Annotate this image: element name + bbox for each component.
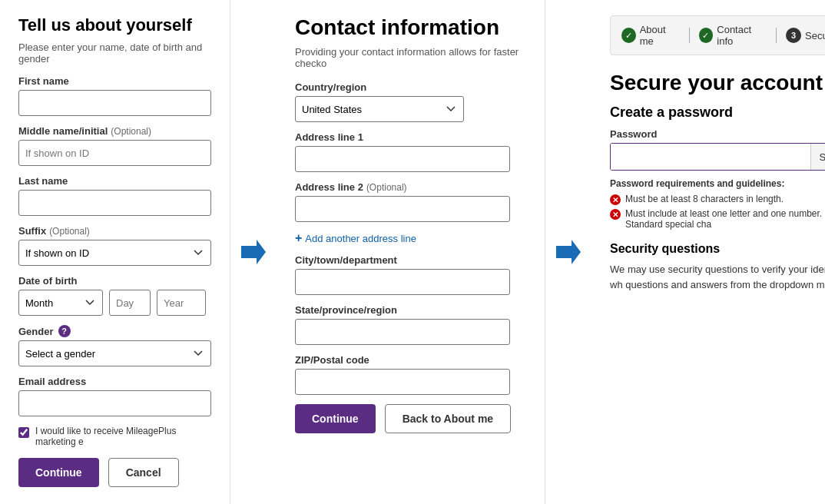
panel1-buttons: Continue Cancel: [18, 458, 211, 487]
step3-num-icon: 3: [786, 28, 801, 43]
zip-input[interactable]: [295, 369, 510, 395]
dob-row: Month January February March April May J…: [18, 290, 211, 316]
month-select[interactable]: Month January February March April May J…: [18, 290, 103, 316]
country-select[interactable]: United States Canada United Kingdom: [295, 96, 464, 122]
step2-check-icon: ✓: [699, 28, 714, 43]
arrow-1: [230, 0, 277, 504]
country-label: Country/region: [295, 81, 526, 93]
svg-marker-0: [241, 240, 266, 264]
zip-group: ZIP/Postal code: [295, 354, 526, 395]
security-questions-heading: Security questions: [610, 242, 825, 256]
address1-input[interactable]: [295, 146, 510, 172]
state-input[interactable]: [295, 319, 510, 345]
address1-group: Address line 1: [295, 131, 526, 172]
panel-contact-info: Contact information Providing your conta…: [277, 0, 545, 504]
zip-label: ZIP/Postal code: [295, 354, 526, 366]
progress-bar: ✓ About me ✓ Contact info 3 Security: [610, 15, 825, 55]
address2-input[interactable]: [295, 196, 510, 222]
first-name-group: First name: [18, 75, 211, 116]
arrow-right-icon: [238, 237, 269, 267]
arrow-right-icon-2: [553, 237, 584, 267]
email-label: Email address: [18, 376, 211, 387]
password-label: Password: [610, 128, 825, 140]
step2-label: Contact info: [717, 24, 767, 47]
panel1-subtitle: Please enter your name, date of birth an…: [18, 41, 211, 65]
requirement-1: ✕ Must be at least 8 characters in lengt…: [610, 194, 825, 205]
gender-label-row: Gender ?: [18, 325, 211, 337]
suffix-select[interactable]: If shown on ID Jr. Sr. II III: [18, 240, 211, 266]
panel2-continue-button[interactable]: Continue: [295, 404, 376, 433]
add-address-line-link[interactable]: + Add another address line: [295, 231, 526, 245]
panel3-title: Secure your account: [610, 71, 825, 95]
marketing-label: I would like to receive MileagePlus mark…: [35, 426, 211, 447]
step1-check-icon: ✓: [621, 28, 636, 43]
plus-icon: +: [295, 231, 302, 245]
create-password-heading: Create a password: [610, 104, 825, 121]
marketing-checkbox-row: I would like to receive MileagePlus mark…: [18, 426, 211, 447]
middle-name-input[interactable]: [18, 140, 211, 166]
req2-error-icon: ✕: [610, 209, 621, 220]
gender-help-icon[interactable]: ?: [58, 325, 71, 337]
city-label: City/town/department: [295, 254, 526, 266]
step-divider-2: [776, 28, 777, 43]
step1-label: About me: [640, 24, 680, 47]
requirements-title: Password requirements and guidelines:: [610, 178, 825, 189]
middle-name-label: Middle name/initial (Optional): [18, 125, 211, 137]
middle-name-group: Middle name/initial (Optional): [18, 125, 211, 166]
add-address-line-text: Add another address line: [305, 233, 416, 244]
step3-label: Security: [805, 30, 825, 41]
state-group: State/province/region: [295, 304, 526, 345]
first-name-label: First name: [18, 75, 211, 87]
first-name-input[interactable]: [18, 90, 211, 116]
address1-label: Address line 1: [295, 131, 526, 143]
panel2-back-button[interactable]: Back to About me: [385, 404, 512, 433]
dob-group: Date of birth Month January February Mar…: [18, 275, 211, 316]
last-name-group: Last name: [18, 175, 211, 216]
panel2-title: Contact information: [295, 15, 526, 40]
city-input[interactable]: [295, 269, 510, 295]
panel1-title: Tell us about yourself: [18, 15, 211, 35]
last-name-input[interactable]: [18, 190, 211, 216]
address2-label: Address line 2 (Optional): [295, 181, 526, 193]
security-questions-text: We may use security questions to verify …: [610, 262, 825, 292]
panel2-subtitle: Providing your contact information allow…: [295, 46, 526, 69]
state-label: State/province/region: [295, 304, 526, 316]
arrow-2: [545, 0, 591, 504]
step-contact-info: ✓ Contact info: [699, 24, 767, 47]
panel1-continue-button[interactable]: Continue: [18, 458, 99, 487]
gender-group: Gender ? Select a gender Male Female Uns…: [18, 325, 211, 366]
year-input[interactable]: [157, 290, 206, 316]
panel-security: ✓ About me ✓ Contact info 3 Security Sec…: [591, 0, 825, 504]
marketing-checkbox[interactable]: [18, 427, 29, 438]
requirement-2: ✕ Must include at least one letter and o…: [610, 208, 825, 230]
dob-label: Date of birth: [18, 275, 211, 287]
email-input[interactable]: [18, 390, 211, 416]
email-group: Email address: [18, 376, 211, 416]
last-name-label: Last name: [18, 175, 211, 187]
city-group: City/town/department: [295, 254, 526, 295]
step-about-me: ✓ About me: [621, 24, 680, 47]
svg-marker-1: [556, 240, 581, 264]
req2-text: Must include at least one letter and one…: [625, 208, 825, 230]
suffix-label: Suffix (Optional): [18, 225, 211, 237]
panel-about-yourself: Tell us about yourself Please enter your…: [0, 0, 230, 504]
panel1-cancel-button[interactable]: Cancel: [108, 458, 179, 487]
gender-select[interactable]: Select a gender Male Female Unspecified …: [18, 340, 211, 366]
suffix-group: Suffix (Optional) If shown on ID Jr. Sr.…: [18, 225, 211, 266]
step-security: 3 Security: [786, 28, 825, 43]
password-input[interactable]: [611, 144, 810, 170]
req1-error-icon: ✕: [610, 194, 621, 205]
step-divider-1: [689, 28, 690, 43]
show-password-button[interactable]: Show: [810, 144, 825, 170]
country-group: Country/region United States Canada Unit…: [295, 81, 526, 122]
panel2-buttons: Continue Back to About me: [295, 404, 526, 433]
address2-group: Address line 2 (Optional): [295, 181, 526, 222]
day-input[interactable]: [109, 290, 151, 316]
password-input-row: Show: [610, 143, 825, 171]
req1-text: Must be at least 8 characters in length.: [625, 194, 784, 204]
